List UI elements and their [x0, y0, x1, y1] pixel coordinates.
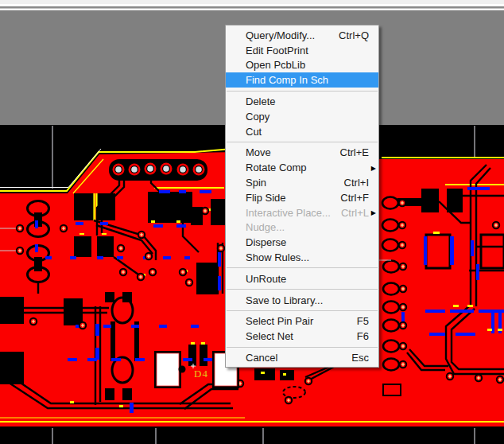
menu-item-shortcut: Esc — [351, 352, 369, 364]
menu-item-label: Select Pin Pair — [246, 315, 357, 327]
menu-item-label: Select Net — [246, 330, 357, 342]
menu-item-move[interactable]: MoveCtrl+E — [226, 146, 378, 161]
menu-item-edit-footprint[interactable]: Edit FootPrint — [226, 43, 378, 58]
menu-item-interactive-place: Interactive Place...Ctrl+L▶ — [226, 205, 378, 220]
menu-item-shortcut: F6 — [357, 330, 369, 342]
menu-item-unroute[interactable]: UnRoute — [226, 271, 378, 286]
menu-item-label: Edit FootPrint — [246, 45, 369, 56]
menu-separator — [227, 267, 378, 268]
menu-separator — [227, 91, 378, 92]
menu-item-copy[interactable]: Copy — [226, 109, 378, 124]
menu-item-label: Rotate Comp — [246, 162, 369, 173]
menu-item-shortcut: F5 — [357, 315, 369, 327]
menu-item-label: Cut — [246, 126, 369, 138]
submenu-arrow-icon: ▶ — [371, 164, 376, 171]
menu-item-open-pcblib[interactable]: Open PcbLib — [226, 58, 378, 73]
context-menu: Query/Modify...Ctrl+QEdit FootPrintOpen … — [225, 25, 379, 368]
menu-item-select-net[interactable]: Select NetF6 — [226, 329, 378, 344]
menu-item-label: Nudge... — [246, 221, 369, 233]
menu-item-nudge: Nudge... — [226, 220, 378, 236]
menu-item-label: Open PcbLib — [246, 59, 369, 71]
menu-item-label: Cancel — [246, 352, 351, 364]
menu-item-label: Disperse — [246, 236, 369, 248]
menu-item-flip-side[interactable]: Flip SideCtrl+F — [226, 190, 378, 205]
menu-item-disperse[interactable]: Disperse — [226, 235, 378, 250]
menu-item-label: Show Rules... — [246, 251, 369, 263]
menu-item-shortcut: Ctrl+F — [340, 192, 369, 204]
menu-item-rotate-comp[interactable]: Rotate Comp▶ — [226, 160, 378, 175]
menu-item-select-pin-pair[interactable]: Select Pin PairF5 — [226, 314, 378, 329]
menu-item-label: Interactive Place... — [246, 207, 341, 219]
menu-item-shortcut: Ctrl+L — [341, 207, 369, 219]
menu-item-save-to-library[interactable]: Save to Library... — [226, 293, 378, 308]
menu-item-label: Find Comp In Sch — [246, 74, 369, 86]
application-window: D4 Query/Modify...Ctrl+QEdit FootPrintOp… — [0, 0, 504, 444]
menu-separator — [227, 142, 378, 142]
menu-item-label: Save to Library... — [246, 294, 369, 306]
menu-item-delete[interactable]: Delete — [226, 94, 378, 109]
menu-item-find-comp-in-sch[interactable]: Find Comp In Sch — [226, 72, 378, 88]
menu-item-label: Move — [246, 146, 340, 158]
menu-separator — [227, 289, 378, 290]
menu-item-shortcut: Ctrl+E — [340, 146, 369, 158]
menu-item-label: Spin — [246, 177, 344, 189]
menu-item-cut[interactable]: Cut — [226, 124, 378, 139]
menu-item-shortcut: Ctrl+Q — [339, 29, 369, 41]
menu-separator — [227, 310, 378, 311]
menu-item-label: Query/Modify... — [246, 29, 339, 41]
menu-item-query-modify[interactable]: Query/Modify...Ctrl+Q — [226, 28, 378, 43]
menu-item-label: Copy — [246, 111, 369, 123]
menu-item-label: Flip Side — [246, 192, 340, 204]
menu-item-show-rules[interactable]: Show Rules... — [226, 250, 378, 265]
submenu-arrow-icon: ▶ — [371, 209, 376, 216]
menu-item-spin[interactable]: SpinCtrl+I — [226, 175, 378, 190]
menu-item-label: UnRoute — [246, 273, 369, 285]
menu-separator — [227, 347, 378, 348]
menu-item-label: Delete — [246, 95, 369, 107]
menu-item-shortcut: Ctrl+I — [344, 177, 369, 189]
silkscreen-label-d4: D4 — [194, 368, 208, 379]
menu-item-cancel[interactable]: CancelEsc — [226, 350, 378, 365]
